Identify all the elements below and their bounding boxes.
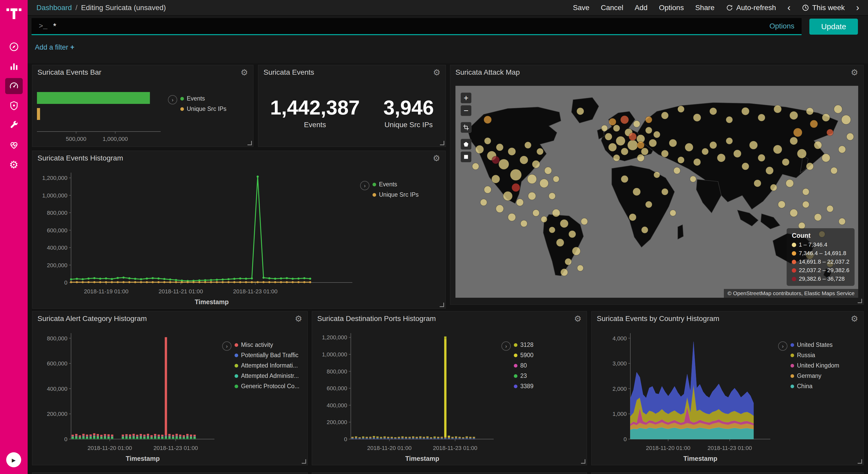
legend-color-dot — [235, 364, 238, 367]
panel-resize-handle[interactable] — [302, 459, 306, 464]
legend-item[interactable]: 22,037.2 – 29,382.6 — [792, 267, 849, 274]
legend-color-dot — [180, 97, 184, 100]
legend-column: › Misc activityPotentially Bad TrafficAt… — [222, 326, 307, 465]
sidebar-collapse-button[interactable]: ▸ — [6, 452, 21, 467]
panel-resize-handle[interactable] — [858, 299, 862, 303]
legend-item[interactable]: 3389 — [514, 383, 533, 390]
legend-item[interactable]: Events — [180, 95, 226, 102]
time-back-button[interactable]: ‹ — [787, 3, 790, 12]
zoom-out-button[interactable]: − — [461, 105, 471, 116]
panel-resize-handle[interactable] — [581, 459, 585, 464]
gear-icon[interactable]: ⚙ — [574, 315, 582, 323]
legend-item[interactable]: 3128 — [514, 342, 533, 348]
legend-item[interactable]: 80 — [514, 362, 533, 369]
legend-item[interactable]: China — [790, 383, 839, 390]
sidebar-nav: ⚙ — [0, 39, 28, 173]
tmobile-logo-icon — [6, 4, 22, 20]
cancel-button[interactable]: Cancel — [601, 4, 623, 12]
legend-item[interactable]: 29,382.6 – 36,728 — [792, 275, 849, 282]
refresh-icon — [726, 4, 733, 11]
save-button[interactable]: Save — [573, 4, 590, 12]
svg-text:2018-11-20 01:00: 2018-11-20 01:00 — [88, 445, 132, 451]
world-map[interactable]: + − Count 1 – 7,346.47,346.4 – 1 — [456, 86, 858, 298]
plus-icon: + — [70, 43, 74, 51]
legend-item[interactable]: Attempted Administr... — [235, 373, 300, 379]
panel-resize-handle[interactable] — [440, 303, 444, 307]
options-button[interactable]: Options — [659, 4, 684, 12]
legend-item[interactable]: Misc activity — [235, 342, 300, 348]
legend-item[interactable]: Generic Protocol Co... — [235, 383, 300, 390]
sidebar-item-dev-tools[interactable] — [5, 117, 23, 134]
legend-item[interactable]: Unique Src IPs — [180, 106, 226, 112]
auto-refresh-button[interactable]: Auto-refresh — [726, 4, 776, 12]
legend-item[interactable]: Unique Src IPs — [373, 191, 418, 198]
sidebar-item-discover[interactable] — [5, 39, 23, 55]
sidebar-item-timelion[interactable] — [5, 98, 23, 114]
add-button[interactable]: Add — [635, 4, 648, 12]
sidebar-item-management[interactable]: ⚙ — [5, 157, 23, 173]
legend-item[interactable]: 1 – 7,346.4 — [792, 241, 849, 248]
chart-legend: United StatesRussiaUnited KingdomGermany… — [790, 342, 839, 390]
legend-item[interactable]: Events — [373, 181, 418, 188]
legend-item[interactable]: Germany — [790, 373, 839, 379]
svg-text:500,000: 500,000 — [66, 136, 87, 142]
draw-rectangle-button[interactable] — [461, 151, 471, 162]
legend-item[interactable]: Russia — [790, 352, 839, 359]
legend-toggle-button[interactable]: › — [360, 181, 369, 190]
sidebar-item-visualize[interactable] — [5, 58, 23, 75]
time-forward-button[interactable]: › — [856, 3, 859, 12]
panel-resize-handle[interactable] — [440, 141, 444, 145]
metric-value: 3,946 — [383, 97, 434, 118]
sidebar-item-dashboard[interactable] — [5, 78, 23, 94]
time-range-picker[interactable]: This week — [802, 4, 845, 12]
svg-text:400,000: 400,000 — [47, 244, 67, 251]
gear-icon[interactable]: ⚙ — [241, 68, 248, 77]
svg-text:Timestamp: Timestamp — [126, 455, 160, 462]
legend-toggle-button[interactable]: › — [222, 342, 231, 351]
map-count-legend: Count 1 – 7,346.47,346.4 – 14,691.814,69… — [786, 228, 855, 286]
clock-icon — [802, 4, 809, 11]
legend-toggle-button[interactable]: › — [778, 342, 787, 351]
gear-icon[interactable]: ⚙ — [433, 68, 440, 77]
legend-color-dot — [373, 183, 376, 186]
legend-item[interactable]: Attempted Informati... — [235, 362, 300, 369]
legend-color-dot — [790, 385, 794, 388]
draw-polygon-button[interactable] — [461, 139, 471, 150]
zoom-in-button[interactable]: + — [461, 92, 471, 103]
gear-icon[interactable]: ⚙ — [433, 154, 440, 162]
chart-legend: EventsUnique Src IPs — [180, 95, 226, 112]
tmobile-logo[interactable] — [0, 3, 28, 21]
legend-item[interactable]: United States — [790, 342, 839, 348]
share-button[interactable]: Share — [695, 4, 715, 12]
panel-suricata-events-bar: Suricata Events Bar ⚙ 500,0001,000,000 ›… — [32, 65, 253, 147]
query-options-link[interactable]: Options — [770, 22, 795, 30]
query-input[interactable]: * — [53, 22, 770, 31]
svg-text:Timestamp: Timestamp — [195, 298, 229, 305]
update-button[interactable]: Update — [809, 19, 858, 35]
gear-icon[interactable]: ⚙ — [851, 68, 858, 77]
panel-suricata-events-by-country-histogram: Suricata Events by Country Histogram ⚙ 0… — [591, 311, 864, 465]
svg-text:800,000: 800,000 — [47, 335, 67, 342]
svg-text:1,200,000: 1,200,000 — [42, 175, 67, 181]
legend-toggle-button[interactable]: › — [168, 95, 177, 105]
legend-item[interactable]: 23 — [514, 373, 533, 379]
legend-item[interactable]: 14,691.8 – 22,037.2 — [792, 259, 849, 265]
legend-toggle-button[interactable]: › — [501, 342, 511, 351]
topnav-actions: Save Cancel Add Options Share Auto-refre… — [573, 3, 859, 12]
legend-item[interactable]: United Kingdom — [790, 362, 839, 369]
map-attribution: © OpenStreetMap contributors, Elastic Ma… — [724, 289, 858, 298]
panel-resize-handle[interactable] — [247, 141, 252, 145]
query-bar[interactable]: >_ * Options — [32, 18, 802, 35]
legend-item[interactable]: 5900 — [514, 352, 533, 359]
panel-resize-handle[interactable] — [858, 459, 862, 464]
gear-icon[interactable]: ⚙ — [295, 315, 302, 323]
legend-item[interactable]: 7,346.4 – 14,691.8 — [792, 250, 849, 257]
add-filter-link[interactable]: Add a filter+ — [35, 43, 74, 52]
legend-item[interactable]: Potentially Bad Traffic — [235, 352, 300, 359]
breadcrumb-dashboard-link[interactable]: Dashboard — [36, 4, 72, 12]
svg-text:200,000: 200,000 — [47, 262, 67, 269]
legend-color-dot — [792, 277, 796, 281]
fit-data-bounds-button[interactable] — [461, 122, 471, 133]
gear-icon[interactable]: ⚙ — [851, 315, 858, 323]
sidebar-item-monitoring[interactable] — [5, 137, 23, 153]
